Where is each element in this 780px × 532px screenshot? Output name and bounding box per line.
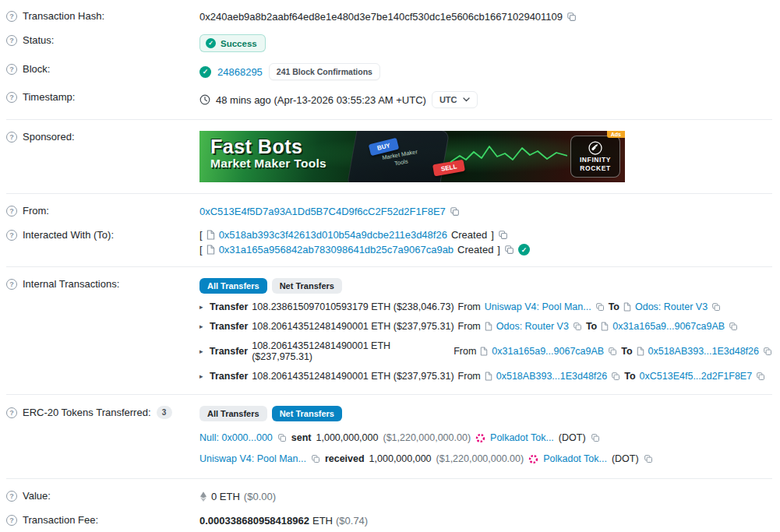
help-icon[interactable]: ? <box>6 92 17 103</box>
timezone-selector[interactable]: UTC <box>432 91 478 108</box>
help-icon[interactable]: ? <box>6 35 17 46</box>
status-badge: ✓ Success <box>199 34 266 52</box>
created-contract-address-link[interactable]: 0x31a165a956842ab783098641db25c7a9067ca9… <box>219 244 454 255</box>
to-word: To <box>609 301 619 312</box>
block-number-link[interactable]: 24868295 <box>217 66 263 78</box>
internal-transactions-label: Internal Transactions: <box>23 278 119 290</box>
check-circle-icon: ✓ <box>206 38 216 48</box>
copy-icon[interactable] <box>504 245 514 255</box>
value-label: Value: <box>23 490 51 502</box>
row-erc20-transfers: ? ERC-20 Tokens Transferred: 3 All Trans… <box>6 400 772 473</box>
help-icon[interactable]: ? <box>6 407 17 418</box>
tab-all-transfers[interactable]: All Transfers <box>199 406 267 421</box>
document-icon <box>485 322 492 331</box>
copy-icon[interactable] <box>277 433 287 442</box>
caret-right-icon[interactable]: ▸ <box>199 347 206 355</box>
row-sponsored: ? Sponsored: Fast Bots Market Maker Tool… <box>6 125 772 188</box>
sponsored-ad-banner[interactable]: Fast Bots Market Maker Tools Market Make… <box>199 131 625 182</box>
divider <box>6 394 772 395</box>
copy-icon[interactable] <box>591 433 600 442</box>
from-word: From <box>458 371 481 382</box>
erc20-transfer-row: Uniswap V4: Pool Man... received 1,000,0… <box>199 453 772 464</box>
help-icon[interactable]: ? <box>6 491 17 502</box>
transfer-to-link[interactable]: 0xC513E4f5...2d2F1F8E7 <box>640 371 753 382</box>
caret-right-icon[interactable]: ▸ <box>199 372 206 380</box>
internal-transfer-row: ▸ Transfer 108.238615097010593179 ETH ($… <box>199 301 772 312</box>
created-note: Created <box>457 244 493 255</box>
transaction-hash-label: Transaction Hash: <box>23 10 104 22</box>
row-value: ? Value: 0 ETH ($0.00) <box>6 484 772 509</box>
document-icon <box>623 302 631 312</box>
transfer-to-link[interactable]: 0x31a165a9...9067ca9AB <box>612 321 725 332</box>
verified-check-icon: ✓ <box>518 244 530 255</box>
tab-all-transfers[interactable]: All Transfers <box>199 278 267 294</box>
transfer-amount: 108.206143512481490001 ETH ($237,975.31) <box>252 340 450 362</box>
bracket: [ <box>199 244 203 255</box>
help-icon[interactable]: ? <box>6 279 17 290</box>
token-name-link[interactable]: Polkadot Tok... <box>543 453 607 464</box>
copy-icon[interactable] <box>729 322 738 331</box>
transfer-action: Transfer <box>210 346 248 357</box>
divider <box>6 193 772 194</box>
help-icon[interactable]: ? <box>6 515 17 526</box>
transfer-to-link[interactable]: Odos: Router V3 <box>635 301 708 312</box>
bracket: ] <box>497 244 500 255</box>
caret-right-icon[interactable]: ▸ <box>199 322 206 330</box>
erc20-label: ERC-20 Tokens Transferred: <box>23 407 151 418</box>
copy-icon[interactable] <box>763 347 772 356</box>
from-address-link[interactable]: 0xC513E4f5D7a93A1Dd5B7C4D9f6cC2F52d2F1F8… <box>199 206 446 217</box>
transfer-direction: received <box>325 453 365 464</box>
transfer-from-link[interactable]: Uniswap V4: Pool Man... <box>485 301 591 312</box>
price-chart-graphic <box>450 139 567 174</box>
row-status: ? Status: ✓ Success <box>6 29 772 58</box>
copy-icon[interactable] <box>608 347 617 356</box>
copy-icon[interactable] <box>711 302 721 312</box>
copy-icon[interactable] <box>611 372 620 381</box>
value-amount: 0 ETH <box>211 491 240 502</box>
row-block: ? Block: ✓ 24868295 241 Block Confirmati… <box>6 58 772 86</box>
help-icon[interactable]: ? <box>6 230 17 241</box>
erc20-count-badge: 3 <box>157 406 172 419</box>
help-icon[interactable]: ? <box>6 11 17 22</box>
help-icon[interactable]: ? <box>6 206 17 217</box>
brand-line-1: INFINITY <box>580 157 611 164</box>
caret-right-icon[interactable]: ▸ <box>199 303 206 311</box>
created-contract-address-link[interactable]: 0x518ab393c3f42613d010b54a9dcbe211e3d48f… <box>219 229 447 241</box>
block-confirmations-badge: 241 Block Confirmations <box>269 63 380 80</box>
transfer-action: Transfer <box>210 301 248 312</box>
brand-line-2: ROCKET <box>580 165 611 173</box>
copy-icon[interactable] <box>450 206 460 217</box>
transfer-to-link[interactable]: 0x518AB393...1E3d48f26 <box>648 346 759 357</box>
ethereum-icon <box>199 491 207 502</box>
bracket: [ <box>199 229 203 241</box>
transaction-fee-usd: ($0.74) <box>336 515 368 527</box>
token-from-link[interactable]: Null: 0x000...000 <box>199 432 273 443</box>
copy-icon[interactable] <box>498 230 508 240</box>
copy-icon[interactable] <box>566 12 577 22</box>
row-transaction-hash: ? Transaction Hash: 0x240aeb9a8b2aabf64e… <box>6 5 772 29</box>
internal-transfer-row: ▸ Transfer 108.206143512481490001 ETH ($… <box>199 321 772 332</box>
transfer-from-link[interactable]: 0x31a165a9...9067ca9AB <box>492 346 604 357</box>
erc20-transfer-row: Null: 0x000...000 sent 1,000,000,000 ($1… <box>199 432 772 443</box>
created-note: Created <box>451 229 487 241</box>
token-name-link[interactable]: Polkadot Tok... <box>490 432 554 443</box>
tab-net-transfers[interactable]: Net Transfers <box>272 278 342 294</box>
row-from: ? From: 0xC513E4f5D7a93A1Dd5B7C4D9f6cC2F… <box>6 199 772 224</box>
block-label: Block: <box>23 63 50 75</box>
transfer-from-link[interactable]: 0x518AB393...1E3d48f26 <box>496 371 607 382</box>
copy-icon[interactable] <box>595 302 605 312</box>
divider <box>6 119 772 120</box>
copy-icon[interactable] <box>644 454 653 463</box>
to-word: To <box>621 346 632 357</box>
help-icon[interactable]: ? <box>6 132 17 143</box>
copy-icon[interactable] <box>573 322 582 331</box>
copy-icon[interactable] <box>311 454 320 463</box>
row-internal-transactions: ? Internal Transactions: All Transfers N… <box>6 273 772 389</box>
help-icon[interactable]: ? <box>6 64 17 75</box>
tab-net-transfers[interactable]: Net Transfers <box>272 406 342 421</box>
document-icon <box>485 372 492 381</box>
token-from-link[interactable]: Uniswap V4: Pool Man... <box>199 453 306 464</box>
copy-icon[interactable] <box>756 372 765 381</box>
token-usd-value: ($1,220,000,000.00) <box>436 453 524 464</box>
transfer-from-link[interactable]: Odos: Router V3 <box>496 321 569 332</box>
